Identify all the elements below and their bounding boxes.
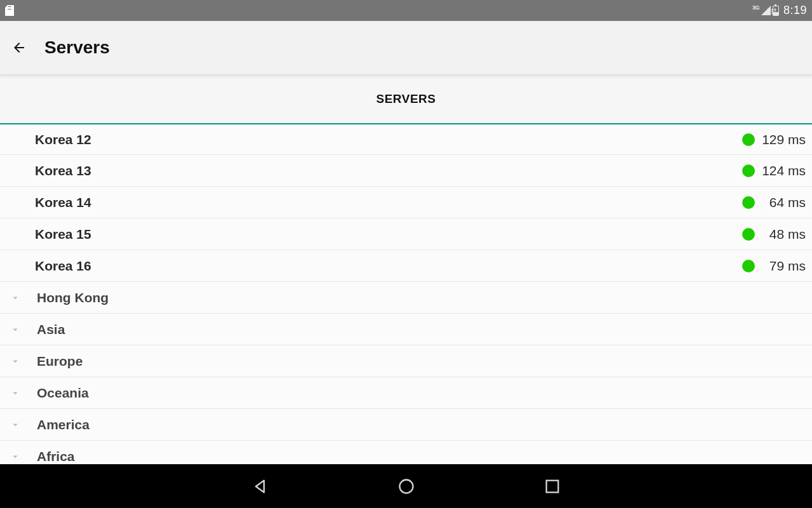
region-name: Oceania bbox=[37, 385, 89, 401]
cell-signal-icon bbox=[761, 6, 771, 15]
region-row[interactable]: Asia bbox=[0, 314, 812, 345]
region-name: Hong Kong bbox=[37, 290, 109, 305]
server-latency: 64 ms bbox=[761, 195, 806, 210]
status-clock: 8:19 bbox=[783, 4, 807, 17]
device-frame: 3G 8:19 Servers SERVERS Korea 12 129 ms bbox=[0, 0, 812, 508]
server-latency: 124 ms bbox=[761, 163, 806, 178]
server-name: Korea 13 bbox=[35, 163, 91, 178]
region-row[interactable]: America bbox=[0, 409, 812, 441]
chevron-down-icon bbox=[9, 418, 22, 431]
android-nav-bar bbox=[0, 464, 812, 508]
status-dot-icon bbox=[742, 164, 755, 177]
nav-home-button[interactable] bbox=[397, 477, 416, 496]
arrow-left-icon bbox=[11, 39, 27, 56]
chevron-down-icon bbox=[9, 387, 22, 399]
nav-recent-button[interactable] bbox=[543, 477, 562, 496]
region-name: Europe bbox=[37, 354, 83, 369]
circle-home-icon bbox=[397, 478, 415, 495]
chevron-down-icon bbox=[9, 355, 22, 368]
battery-charging-icon bbox=[773, 6, 779, 16]
status-dot-icon bbox=[742, 133, 755, 146]
server-row[interactable]: Korea 12 129 ms bbox=[0, 124, 812, 155]
chevron-down-icon bbox=[9, 323, 22, 336]
svg-point-0 bbox=[399, 479, 413, 493]
android-status-bar: 3G 8:19 bbox=[0, 0, 812, 21]
server-name: Korea 14 bbox=[35, 195, 91, 210]
region-row[interactable]: Oceania bbox=[0, 377, 812, 409]
server-latency: 129 ms bbox=[761, 132, 806, 147]
server-row[interactable]: Korea 13 124 ms bbox=[0, 155, 812, 187]
chevron-down-icon bbox=[9, 291, 22, 304]
status-dot-icon bbox=[742, 228, 755, 241]
tab-servers[interactable]: SERVERS bbox=[376, 92, 436, 106]
server-row[interactable]: Korea 16 79 ms bbox=[0, 250, 812, 282]
nav-back-button[interactable] bbox=[251, 477, 270, 496]
status-dot-icon bbox=[742, 196, 755, 209]
region-row[interactable]: Africa bbox=[0, 441, 812, 464]
square-recent-icon bbox=[543, 478, 561, 495]
region-name: America bbox=[37, 417, 90, 432]
server-name: Korea 12 bbox=[35, 132, 91, 147]
region-name: Africa bbox=[37, 449, 75, 464]
server-name: Korea 16 bbox=[35, 258, 91, 274]
chevron-down-icon bbox=[9, 450, 22, 463]
server-latency: 48 ms bbox=[761, 227, 806, 242]
page-title: Servers bbox=[44, 37, 110, 58]
back-button[interactable] bbox=[11, 40, 27, 55]
region-name: Asia bbox=[37, 322, 65, 337]
app-bar: Servers bbox=[0, 21, 812, 75]
server-name: Korea 15 bbox=[35, 227, 91, 242]
network-type-label: 3G bbox=[752, 5, 759, 11]
server-row[interactable]: Korea 15 48 ms bbox=[0, 218, 812, 250]
tab-bar: SERVERS bbox=[0, 75, 812, 124]
server-latency: 79 ms bbox=[761, 258, 806, 274]
region-row[interactable]: Europe bbox=[0, 345, 812, 377]
status-dot-icon bbox=[742, 260, 755, 272]
server-row[interactable]: Korea 14 64 ms bbox=[0, 187, 812, 218]
server-list[interactable]: Korea 12 129 ms Korea 13 124 ms Korea 14… bbox=[0, 124, 812, 464]
region-row[interactable]: Hong Kong bbox=[0, 282, 812, 314]
triangle-back-icon bbox=[251, 478, 269, 495]
sd-card-icon bbox=[5, 5, 14, 16]
svg-rect-1 bbox=[546, 480, 558, 492]
